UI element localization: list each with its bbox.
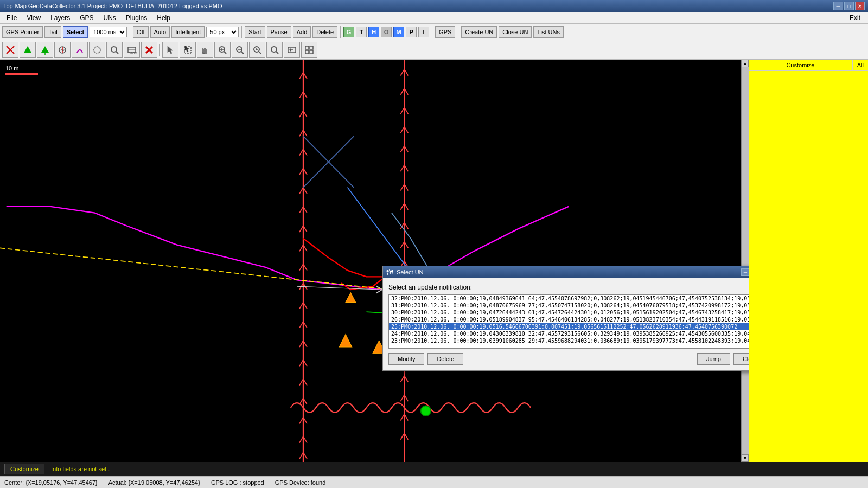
svg-point-8	[94, 47, 100, 53]
prev-view-tool[interactable]	[284, 42, 300, 58]
exit-button[interactable]: Exit	[844, 13, 866, 23]
menu-help[interactable]: Help	[152, 13, 175, 23]
close-button[interactable]: ✕	[855, 2, 865, 10]
menu-view[interactable]: View	[22, 13, 45, 23]
svg-marker-34	[289, 48, 291, 52]
svg-marker-16	[168, 46, 173, 54]
dialog-title-buttons[interactable]: ─ □ ✕	[741, 268, 749, 276]
select-tool[interactable]	[180, 42, 196, 58]
start-button[interactable]: Start	[245, 26, 265, 38]
customize-bottom-button[interactable]: Customize	[4, 464, 44, 474]
svg-point-30	[271, 47, 277, 52]
map-canvas[interactable]: 10 m ▲ ▼	[0, 60, 749, 462]
layer-tool[interactable]: GEO GPS	[124, 42, 140, 58]
info-text: Info fields are not set..	[51, 466, 110, 472]
minimize-button[interactable]: ─	[833, 2, 843, 10]
select-button[interactable]: Select	[63, 26, 88, 38]
menu-gps[interactable]: GPS	[75, 13, 98, 23]
status-gps-log: GPS LOG : stopped	[211, 479, 264, 486]
title-bar-controls[interactable]: ─ □ ✕	[833, 2, 865, 10]
gps-pointer-button[interactable]: GPS Pointer	[2, 26, 43, 38]
zoom-fit-tool[interactable]	[249, 42, 265, 58]
close-un-button[interactable]: Close UN	[499, 26, 532, 38]
t-button[interactable]: T	[356, 27, 367, 37]
zoom-window-tool[interactable]	[266, 42, 283, 58]
svg-line-20	[224, 52, 226, 54]
delete-button[interactable]: Delete	[312, 26, 337, 38]
dialog-listbox[interactable]: 32:PMO;2010.12.06. 0:00:00;19,0484936964…	[388, 294, 749, 349]
tail-button[interactable]: Tail	[44, 26, 61, 38]
dialog-body: Select an update notification: 32:PMO;20…	[383, 278, 749, 370]
p-button[interactable]: P	[406, 27, 417, 37]
g-button[interactable]: G	[343, 27, 354, 37]
separator3	[340, 26, 341, 38]
menu-bar: File View Layers GPS UNs Plugins Help Ex…	[0, 12, 868, 24]
jump-button[interactable]: Jump	[697, 353, 730, 365]
list-item[interactable]: 32:PMO;2010.12.06. 0:00:00;19,0484936964…	[389, 295, 749, 302]
svg-point-19	[219, 47, 225, 52]
arrow-up-tool[interactable]	[20, 42, 36, 58]
svg-text:POI: POI	[60, 48, 66, 52]
customize-right-button[interactable]: Customize	[749, 60, 852, 70]
close-dialog-button[interactable]: Close	[733, 353, 749, 365]
gps-button[interactable]: GPS	[435, 26, 455, 38]
map-svg	[0, 60, 749, 462]
svg-point-23	[237, 47, 242, 52]
list-item[interactable]: 26:PMO;2010.12.06. 0:00:00;19,0518990483…	[389, 316, 749, 323]
menu-file[interactable]: File	[2, 13, 21, 23]
list-item[interactable]: 24:PMO;2010.12.06. 0:00:00;19,0430633981…	[389, 330, 749, 337]
zoom-out-tool[interactable]	[232, 42, 248, 58]
intelligent-button[interactable]: Intelligent	[171, 26, 205, 38]
interval-select[interactable]: 1000 ms 500 ms 2000 ms	[90, 27, 127, 37]
list-item[interactable]: 30:PMO;2010.12.06. 0:00:00;19,0472644424…	[389, 309, 749, 316]
title-bar-left: Top-Map GeoDataCollector 3.1 Project: PM…	[3, 3, 222, 9]
svg-rect-17	[184, 47, 191, 53]
menu-layers[interactable]: Layers	[46, 13, 74, 23]
list-item[interactable]: 23:PMO;2010.12.06. 0:00:00;19,0399106028…	[389, 337, 749, 344]
pointer-tool[interactable]	[162, 42, 178, 58]
svg-rect-32	[288, 47, 296, 53]
delete-button[interactable]: Delete	[427, 353, 463, 365]
svg-text:GEO GPS: GEO GPS	[129, 52, 137, 55]
svg-rect-38	[310, 50, 313, 54]
search-tool[interactable]	[106, 42, 123, 58]
menu-plugins[interactable]: Plugins	[122, 13, 151, 23]
gps-tool[interactable]	[37, 42, 53, 58]
maximize-button[interactable]: □	[844, 2, 854, 10]
grid-view-tool[interactable]	[301, 42, 317, 58]
m-button[interactable]: M	[393, 27, 404, 37]
svg-rect-37	[305, 50, 309, 54]
svg-point-48	[421, 406, 431, 416]
create-un-button[interactable]: Create UN	[461, 26, 497, 38]
compass-tool[interactable]: POI	[54, 42, 71, 58]
o-button[interactable]: O	[381, 27, 392, 37]
all-right-button[interactable]: All	[852, 60, 868, 70]
dialog-minimize-button[interactable]: ─	[741, 268, 749, 276]
toolbar2: POI GEO GPS	[0, 40, 868, 60]
dialog-buttons-right: Jump Close	[697, 353, 749, 365]
modify-button[interactable]: Modify	[388, 353, 424, 365]
red-x-tool[interactable]	[141, 42, 157, 58]
menu-uns[interactable]: UNs	[99, 13, 120, 23]
zoom-in-tool[interactable]	[214, 42, 231, 58]
pause-button[interactable]: Pause	[267, 26, 291, 38]
hand-tool[interactable]	[197, 42, 213, 58]
i-button[interactable]: I	[418, 27, 429, 37]
list-item[interactable]: 25:PMO;2010.12.06. 0:00:00;19,0516,54666…	[389, 323, 749, 330]
lasso-tool[interactable]	[89, 42, 105, 58]
px-select[interactable]: 50 px 100 px	[206, 27, 239, 37]
dialog-title-text: Select UN	[397, 269, 424, 275]
svg-point-5	[59, 47, 66, 53]
route-tool[interactable]	[72, 42, 88, 58]
select-un-dialog[interactable]: 🗺 Select UN ─ □ ✕ Select an update notif…	[382, 266, 749, 371]
svg-marker-44	[339, 334, 352, 347]
scissors-tool[interactable]	[2, 42, 18, 58]
off-button[interactable]: Off	[133, 26, 148, 38]
list-uns-button[interactable]: List UNs	[533, 26, 564, 38]
title-bar: Top-Map GeoDataCollector 3.1 Project: PM…	[0, 0, 868, 12]
auto-button[interactable]: Auto	[150, 26, 170, 38]
separator-tb2	[159, 44, 160, 56]
add-button[interactable]: Add	[293, 26, 311, 38]
h-button[interactable]: H	[368, 27, 379, 37]
list-item[interactable]: 31:PMO;2010.12.06. 0:00:00;19,0487067596…	[389, 302, 749, 309]
